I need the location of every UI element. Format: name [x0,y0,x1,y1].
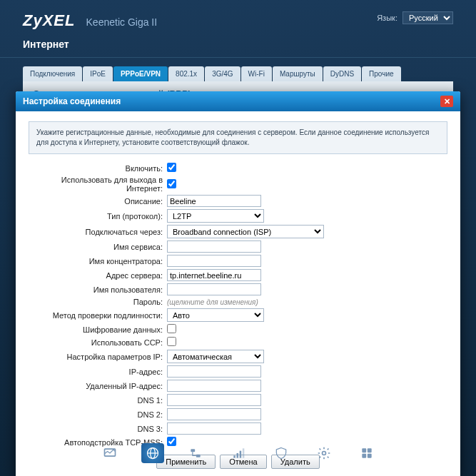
connection-settings-modal: Настройка соединения ✕ Укажите регистрац… [16,91,460,476]
info-box: Укажите регистрационные данные, необходи… [29,121,447,154]
tab-8021x[interactable]: 802.1x [168,66,204,81]
label-concentrator: Имя концентратора: [29,257,167,265]
input-server-addr[interactable] [167,269,261,281]
gear-icon[interactable] [313,443,335,463]
label-ip-config: Настройка параметров IP: [29,353,167,361]
select-connect-via[interactable]: Broadband connection (ISP) [167,225,324,238]
network-icon[interactable] [184,443,207,463]
globe-icon[interactable] [141,443,164,463]
bottom-nav [0,436,476,470]
label-dns2: DNS 2: [29,410,167,419]
label-dns3: DNS 3: [29,425,167,433]
svg-point-10 [322,452,325,455]
input-username[interactable] [167,283,261,295]
label-username: Имя пользователя: [29,285,167,294]
svg-rect-13 [362,454,366,458]
label-description: Описание: [29,197,167,206]
input-service-name[interactable] [167,240,261,253]
checkbox-enable[interactable] [167,163,176,172]
tab-3g4g[interactable]: 3G/4G [205,66,240,81]
input-dns3[interactable] [167,422,261,435]
brand-logo: ZyXEL [23,11,75,29]
tab-routes[interactable]: Маршруты [273,66,323,81]
label-service-name: Имя сервиса: [29,243,167,251]
svg-rect-12 [367,448,371,452]
label-enable: Включить: [29,164,167,173]
language-selector: Язык: Русский [377,11,453,24]
apps-icon[interactable] [355,443,378,463]
svg-rect-8 [239,451,241,458]
checkbox-encrypt[interactable] [167,324,176,333]
input-dns1[interactable] [167,394,261,406]
language-select[interactable]: Русский [402,11,453,24]
label-type: Тип (протокол): [29,212,167,221]
label-encrypt: Шифрование данных: [29,325,167,334]
svg-rect-14 [367,454,371,458]
modal-header: Настройка соединения ✕ [16,91,460,111]
svg-rect-9 [242,448,244,457]
input-remote-ip[interactable] [167,380,261,392]
modal-body: Укажите регистрационные данные, необходи… [16,111,460,476]
label-auth-method: Метод проверки подлинности: [29,311,167,320]
tab-wifi[interactable]: Wi-Fi [241,66,272,81]
label-ip-addr: IP-адрес: [29,368,167,376]
checkbox-use-ccp[interactable] [167,337,176,346]
svg-rect-6 [233,455,236,457]
label-use-ccp: Использовать CCP: [29,338,167,347]
select-ip-config[interactable]: Автоматическая [167,350,264,363]
input-description[interactable] [167,195,261,207]
checkbox-use-internet[interactable] [167,179,176,188]
tab-bar: Подключения IPoE PPPoE/VPN 802.1x 3G/4G … [0,66,476,81]
input-ip-addr[interactable] [167,365,261,378]
label-dns1: DNS 1: [29,396,167,405]
select-type[interactable]: L2TP [167,209,264,223]
model-name: Keenetic Giga II [86,16,158,28]
input-dns2[interactable] [167,408,261,420]
label-remote-ip: Удаленный IP-адрес: [29,382,167,390]
label-password: Пароль: [29,298,167,306]
svg-rect-7 [236,453,238,458]
tab-pppoe-vpn[interactable]: PPPoE/VPN [113,66,168,81]
section-title: Интернет [0,36,476,58]
label-use-internet: Использовать для выхода в Интернет: [29,176,167,193]
wifi-icon[interactable] [227,443,250,463]
label-connect-via: Подключаться через: [29,228,167,236]
shield-icon[interactable] [270,443,293,463]
svg-rect-11 [362,448,366,452]
tab-dydns[interactable]: DyDNS [323,66,361,81]
tab-ipoe[interactable]: IPoE [83,66,113,81]
modal-title: Настройка соединения [23,96,121,106]
svg-rect-4 [191,449,195,452]
label-server-addr: Адрес сервера: [29,271,167,280]
tab-connections[interactable]: Подключения [23,66,82,81]
page-header: ZyXEL Keenetic Giga II Язык: Русский [0,0,476,36]
input-concentrator[interactable] [167,255,261,267]
monitor-icon[interactable] [98,443,121,463]
svg-rect-5 [196,455,200,457]
password-hint[interactable]: (щелкните для изменения) [167,298,258,306]
select-auth-method[interactable]: Авто [167,308,264,322]
close-icon[interactable]: ✕ [440,96,453,107]
tab-other[interactable]: Прочие [362,66,400,81]
